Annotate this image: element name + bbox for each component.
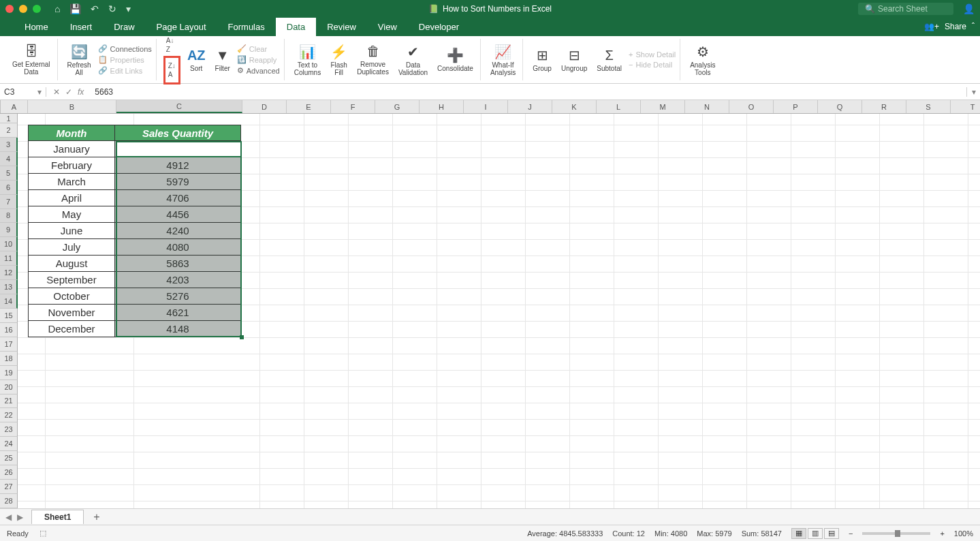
- row-header-2[interactable]: 2: [0, 123, 18, 138]
- flash-fill-button[interactable]: ⚡Flash Fill: [328, 42, 350, 78]
- row-header-1[interactable]: 1: [0, 114, 18, 123]
- row-header-5[interactable]: 5: [0, 166, 18, 181]
- column-header-J[interactable]: J: [508, 100, 552, 113]
- row-header-10[interactable]: 10: [0, 237, 18, 251]
- cell-value[interactable]: 4706: [115, 190, 241, 206]
- prev-sheet-button[interactable]: ◀: [5, 512, 12, 522]
- text-to-columns-button[interactable]: 📊Text to Columns: [291, 42, 323, 78]
- row-header-22[interactable]: 22: [0, 408, 18, 422]
- page-layout-view-button[interactable]: ▥: [808, 528, 823, 539]
- row-header-24[interactable]: 24: [0, 437, 18, 451]
- close-button[interactable]: [5, 5, 14, 13]
- column-header-C[interactable]: C: [116, 100, 242, 113]
- home-icon[interactable]: ⌂: [54, 3, 60, 14]
- cell-month[interactable]: October: [28, 288, 115, 305]
- share-icon[interactable]: 👥+: [924, 22, 939, 31]
- row-header-6[interactable]: 6: [0, 181, 18, 195]
- refresh-all-button[interactable]: 🔄 Refresh All: [65, 42, 94, 78]
- column-header-P[interactable]: P: [774, 100, 818, 113]
- tab-data[interactable]: Data: [276, 18, 316, 36]
- sort-ascending-button[interactable]: A↓Z: [163, 35, 180, 55]
- row-header-3[interactable]: 3: [0, 138, 18, 152]
- row-header-17[interactable]: 17: [0, 337, 18, 352]
- cell-value[interactable]: 4240: [115, 223, 241, 239]
- ungroup-button[interactable]: ⊟Ungroup: [558, 46, 590, 74]
- cell-value[interactable]: 4148: [115, 321, 241, 337]
- tab-draw[interactable]: Draw: [103, 18, 145, 36]
- tab-review[interactable]: Review: [316, 18, 367, 36]
- row-header-8[interactable]: 8: [0, 209, 18, 223]
- column-header-O[interactable]: O: [729, 100, 774, 113]
- row-header-28[interactable]: 28: [0, 494, 18, 508]
- analysis-tools-button[interactable]: ⚙Analysis Tools: [687, 42, 718, 78]
- cell-month[interactable]: April: [28, 190, 115, 206]
- row-header-20[interactable]: 20: [0, 380, 18, 395]
- sheet-tab[interactable]: Sheet1: [31, 510, 84, 524]
- redo-icon[interactable]: ↻: [108, 3, 116, 14]
- cell-month[interactable]: December: [28, 321, 115, 337]
- spreadsheet-grid[interactable]: 1234567891011121314151617181920212223242…: [0, 114, 980, 523]
- column-header-I[interactable]: I: [464, 100, 508, 113]
- cancel-icon[interactable]: ✕: [53, 87, 60, 97]
- tab-home[interactable]: Home: [14, 18, 59, 36]
- column-header-H[interactable]: H: [420, 100, 464, 113]
- row-header-19[interactable]: 19: [0, 366, 18, 380]
- row-header-9[interactable]: 9: [0, 223, 18, 237]
- row-header-14[interactable]: 14: [0, 294, 18, 309]
- row-header-23[interactable]: 23: [0, 422, 18, 437]
- normal-view-button[interactable]: ▦: [791, 528, 806, 539]
- cell-month[interactable]: June: [28, 223, 115, 239]
- row-header-11[interactable]: 11: [0, 251, 18, 266]
- row-header-13[interactable]: 13: [0, 280, 18, 294]
- cell-month[interactable]: November: [28, 305, 115, 321]
- qat-dropdown-icon[interactable]: ▾: [126, 3, 131, 14]
- column-header-S[interactable]: S: [906, 100, 951, 113]
- row-header-16[interactable]: 16: [0, 323, 18, 337]
- column-header-Q[interactable]: Q: [818, 100, 862, 113]
- column-header-G[interactable]: G: [375, 100, 420, 113]
- row-header-27[interactable]: 27: [0, 480, 18, 494]
- remove-duplicates-button[interactable]: 🗑Remove Duplicates: [354, 42, 392, 77]
- selection-handle[interactable]: [240, 335, 244, 339]
- cell-value[interactable]: 4203: [115, 272, 241, 288]
- enter-icon[interactable]: ✓: [65, 87, 72, 97]
- consolidate-button[interactable]: ➕Consolidate: [434, 46, 476, 74]
- zoom-in-button[interactable]: +: [940, 529, 944, 538]
- cell-value[interactable]: 4912: [115, 157, 241, 174]
- sort-descending-button[interactable]: Z↓A: [163, 56, 180, 84]
- cell-month[interactable]: January: [28, 141, 115, 157]
- row-header-7[interactable]: 7: [0, 195, 18, 209]
- zoom-slider[interactable]: [862, 532, 930, 535]
- formula-input[interactable]: 5663: [91, 87, 966, 97]
- cell-value[interactable]: 5979: [115, 174, 241, 190]
- row-header-12[interactable]: 12: [0, 266, 18, 280]
- expand-formula-bar[interactable]: ▾: [966, 87, 980, 97]
- macro-record-icon[interactable]: ⬚: [39, 529, 46, 538]
- cell-value[interactable]: 4456: [115, 206, 241, 223]
- sort-button[interactable]: AZ Sort: [185, 46, 208, 74]
- tab-view[interactable]: View: [367, 18, 408, 36]
- column-header-E[interactable]: E: [287, 100, 331, 113]
- column-header-R[interactable]: R: [862, 100, 906, 113]
- zoom-out-button[interactable]: −: [849, 529, 853, 538]
- cell-month[interactable]: July: [28, 239, 115, 256]
- add-sheet-button[interactable]: +: [86, 509, 106, 525]
- cell-value[interactable]: 5663: [115, 141, 241, 157]
- maximize-button[interactable]: [33, 5, 41, 13]
- column-header-D[interactable]: D: [242, 100, 287, 113]
- cell-month[interactable]: September: [28, 272, 115, 288]
- data-validation-button[interactable]: ✔Data Validation: [396, 42, 430, 78]
- tab-developer[interactable]: Developer: [408, 18, 470, 36]
- subtotal-button[interactable]: ΣSubtotal: [594, 46, 625, 74]
- connections-button[interactable]: 🔗Connections: [98, 44, 152, 53]
- tab-formulas[interactable]: Formulas: [217, 18, 276, 36]
- advanced-filter-button[interactable]: ⚙Advanced: [237, 66, 280, 75]
- column-header-K[interactable]: K: [552, 100, 597, 113]
- minimize-button[interactable]: [19, 5, 27, 13]
- filter-button[interactable]: ▼ Filter: [212, 46, 233, 74]
- column-header-F[interactable]: F: [331, 100, 375, 113]
- row-header-21[interactable]: 21: [0, 395, 18, 409]
- cell-value[interactable]: 4080: [115, 239, 241, 256]
- cell-value[interactable]: 5863: [115, 256, 241, 272]
- column-header-N[interactable]: N: [685, 100, 729, 113]
